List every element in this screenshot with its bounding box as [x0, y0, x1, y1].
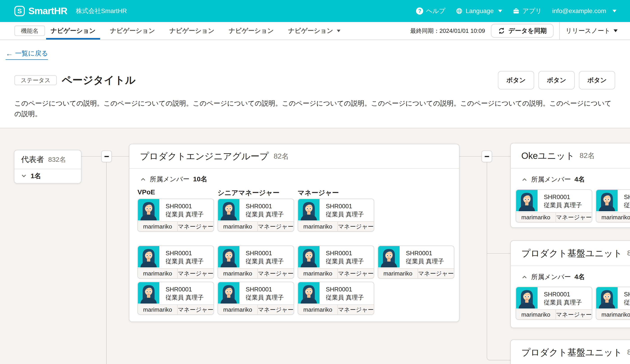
- employee-name: 従業員 真理子: [326, 293, 364, 302]
- company-name: 株式会社SmartHR: [76, 7, 127, 15]
- org-node-header: プロダクト基盤ユニット 82名: [511, 340, 630, 364]
- org-node-header: Okeユニット 82名: [511, 143, 630, 169]
- employee-card[interactable]: SHR0001 従業員 真理子 marimariko マネージャー: [596, 189, 630, 222]
- employee-card[interactable]: SHR0001 従業員 真理子 marimariko マネージャー: [298, 282, 374, 315]
- org-node-header: プロダクト基盤ユニット 82名: [511, 241, 630, 266]
- employee-name: 従業員 真理子: [246, 293, 284, 302]
- employee-id: SHR0001: [406, 249, 444, 257]
- children-count: 1名: [30, 172, 41, 181]
- back-to-list-link[interactable]: ← 一覧に戻る: [6, 49, 48, 60]
- employee-role: マネージャー: [556, 310, 592, 319]
- employee-avatar-illustration: [218, 199, 240, 220]
- sync-data-button[interactable]: データを同期: [491, 24, 554, 38]
- employee-card[interactable]: SHR0001 従業員 真理子 marimariko マネージャー: [516, 287, 592, 320]
- smarthr-org-chart-page: S SmartHR 株式会社SmartHR ? ヘルプ Language: [0, 0, 630, 364]
- nav-tab-1[interactable]: ナビゲーション: [46, 22, 100, 39]
- employee-role: マネージャー: [418, 269, 454, 278]
- employee-id: SHR0001: [246, 285, 284, 293]
- employee-card-footer: marimariko マネージャー: [218, 221, 294, 231]
- employee-card-top: SHR0001 従業員 真理子: [516, 190, 592, 212]
- collapse-node-button[interactable]: [482, 151, 492, 162]
- employee-username: marimariko: [516, 212, 556, 222]
- help-menu[interactable]: ? ヘルプ: [416, 7, 445, 15]
- employee-role: マネージャー: [556, 212, 592, 222]
- employee-card[interactable]: SHR0001 従業員 真理子 marimariko マネージャー: [218, 246, 294, 279]
- employee-card[interactable]: SHR0001 従業員 真理子 marimariko マネージャー: [138, 199, 214, 232]
- employee-role: マネージャー: [338, 305, 374, 314]
- connector-line: [112, 156, 129, 157]
- employee-id: SHR0001: [166, 202, 204, 210]
- employee-card-footer: marimariko マネージャー: [516, 309, 592, 319]
- expand-children-toggle[interactable]: 1名: [14, 169, 81, 183]
- smarthr-logo[interactable]: S SmartHR: [14, 5, 67, 16]
- account-email: info@example.com: [552, 7, 606, 14]
- employee-card[interactable]: SHR0001 従業員 真理子 marimariko マネージャー: [138, 282, 214, 315]
- employee-card-footer: marimariko マネージャー: [298, 221, 374, 231]
- connector-line: [106, 162, 107, 364]
- employee-card-top: SHR0001 従業員 真理子: [298, 199, 374, 221]
- org-node-header: プロダクトエンジニアグループ 82名: [130, 144, 459, 169]
- action-button-1[interactable]: ボタン: [498, 71, 534, 89]
- org-node-count: 82名: [627, 347, 630, 357]
- employee-username: marimariko: [516, 310, 556, 319]
- feature-name-badge: 機能名: [14, 26, 45, 36]
- employee-id: SHR0001: [326, 285, 364, 293]
- members-label: 所属メンバー: [150, 175, 190, 184]
- employee-username: marimariko: [218, 269, 258, 278]
- employee-card[interactable]: SHR0001 従業員 真理子 marimariko マネージャー: [218, 282, 294, 315]
- employee-avatar-illustration: [138, 199, 159, 220]
- release-notes-label: リリースノート: [566, 26, 610, 35]
- employee-avatar-illustration: [298, 199, 320, 220]
- employee-avatar-illustration: [596, 287, 618, 309]
- employee-role: マネージャー: [177, 305, 214, 314]
- employee-card[interactable]: SHR0001 従業員 真理子 marimariko マネージャー: [298, 199, 374, 232]
- employee-card[interactable]: SHR0001 従業員 真理子 marimariko マネージャー: [596, 287, 630, 320]
- employee-card-footer: marimariko マネージャー: [298, 305, 374, 314]
- employee-card[interactable]: SHR0001 従業員 真理子 marimariko マネージャー: [218, 199, 294, 232]
- employee-username: marimariko: [596, 310, 630, 319]
- employee-avatar-illustration: [596, 190, 618, 211]
- minus-icon: [104, 156, 109, 157]
- action-button-3[interactable]: ボタン: [579, 71, 615, 89]
- nav-tab-4[interactable]: ナビゲーション: [224, 22, 278, 39]
- employee-card-top: SHR0001 従業員 真理子: [596, 190, 630, 212]
- employee-name: 従業員 真理子: [246, 210, 284, 218]
- employee-card[interactable]: SHR0001 従業員 真理子 marimariko マネージャー: [378, 246, 454, 279]
- connector-line: [460, 156, 482, 157]
- employee-avatar-illustration: [516, 287, 538, 309]
- employee-avatar-illustration: [218, 282, 240, 304]
- employee-card[interactable]: SHR0001 従業員 真理子 marimariko マネージャー: [516, 189, 592, 222]
- employee-card[interactable]: SHR0001 従業員 真理子 marimariko マネージャー: [298, 246, 374, 279]
- nav-tab-2[interactable]: ナビゲーション: [106, 22, 160, 39]
- members-toggle[interactable]: 所属メンバー 4名: [521, 175, 585, 184]
- action-button-2[interactable]: ボタン: [538, 71, 575, 89]
- page-description: このページについての説明。このページについての説明。このページについての説明。こ…: [14, 98, 615, 119]
- nav-tab-3[interactable]: ナビゲーション: [165, 22, 219, 39]
- release-notes-menu[interactable]: リリースノート: [566, 26, 618, 35]
- account-menu[interactable]: info@example.com: [552, 7, 616, 14]
- org-node-count: 82名: [274, 152, 289, 161]
- org-node-title: プロダクト基盤ユニット: [521, 247, 622, 260]
- employee-card-footer: marimariko マネージャー: [218, 305, 294, 314]
- members-toggle[interactable]: 所属メンバー 4名: [521, 272, 585, 282]
- employee-role: マネージャー: [177, 269, 214, 278]
- nav-tab-5[interactable]: ナビゲーション: [284, 22, 345, 39]
- employee-name: 従業員 真理子: [246, 257, 284, 265]
- employee-card-top: SHR0001 従業員 真理子: [516, 287, 592, 309]
- employee-id: SHR0001: [544, 193, 582, 201]
- apps-menu[interactable]: アプリ: [512, 7, 542, 15]
- members-count: 4名: [574, 175, 585, 184]
- employee-card[interactable]: SHR0001 従業員 真理子 marimariko マネージャー: [138, 246, 214, 279]
- employee-name: 従業員 真理子: [166, 293, 204, 302]
- employee-name: 従業員 真理子: [406, 257, 444, 265]
- status-badge: ステータス: [14, 75, 57, 85]
- chevron-up-icon: [521, 274, 528, 280]
- nav-tabs: ナビゲーション ナビゲーション ナビゲーション ナビゲーション ナビゲーション: [46, 22, 350, 39]
- language-menu[interactable]: Language: [456, 7, 502, 14]
- minus-icon: [485, 156, 489, 157]
- role-heading: VPoE: [138, 188, 155, 196]
- org-node-count: 832名: [48, 155, 66, 164]
- members-toggle[interactable]: 所属メンバー 10名: [140, 175, 207, 184]
- org-node-unit: プロダクト基盤ユニット 82名: [510, 340, 630, 364]
- collapse-node-button[interactable]: [101, 151, 112, 162]
